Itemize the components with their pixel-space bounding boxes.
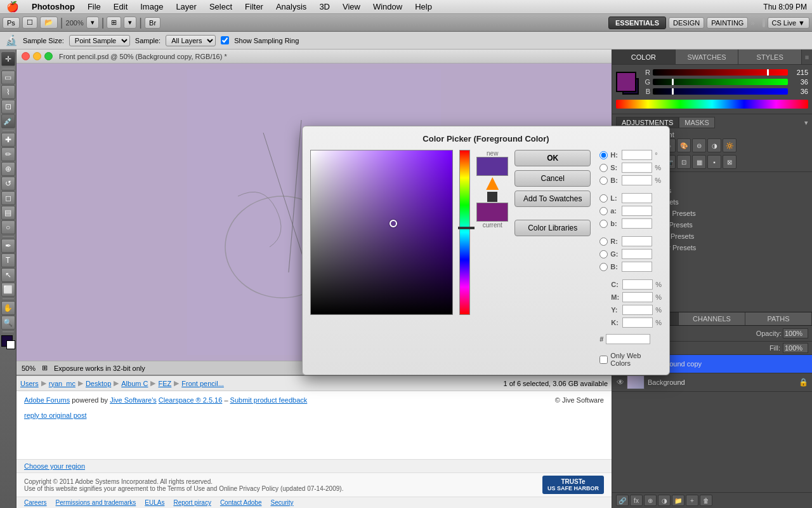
show-ring-checkbox[interactable] — [221, 36, 229, 44]
cs-live-btn[interactable]: CS Live ▼ — [768, 17, 809, 29]
tool-lasso[interactable]: ⌇ — [1, 85, 15, 99]
input-S[interactable]: 67 — [622, 163, 652, 173]
panel-collapse-icon[interactable]: ▾ — [804, 119, 808, 127]
only-web-checkbox[interactable] — [599, 356, 608, 364]
radio-L[interactable] — [599, 194, 608, 203]
input-a[interactable]: 36 — [622, 206, 652, 216]
input-Y[interactable]: 0 — [622, 305, 653, 315]
tab-masks[interactable]: MASKS — [679, 117, 715, 128]
footer-piracy[interactable]: Report piracy — [173, 499, 211, 506]
sample-size-select[interactable]: Point Sample — [69, 35, 130, 46]
menu-photoshop[interactable]: Photoshop — [25, 1, 81, 13]
design-btn[interactable]: DESIGN — [669, 17, 704, 29]
tool-burn[interactable]: ○ — [1, 220, 15, 234]
sample-layers-select[interactable]: All Layers — [166, 35, 216, 46]
menu-filter[interactable]: Filter — [239, 1, 270, 13]
essentials-btn[interactable]: ESSENTIALS — [608, 17, 666, 29]
hue-strip[interactable] — [459, 150, 471, 315]
tool-stamp[interactable]: ⊕ — [1, 162, 15, 176]
path-album[interactable]: Album C — [121, 380, 148, 387]
radio-S[interactable] — [599, 164, 608, 172]
apple-menu[interactable]: 🍎 — [0, 1, 25, 13]
layer-background[interactable]: 👁 Background 🔒 — [612, 373, 812, 392]
radio-G[interactable] — [599, 250, 608, 258]
input-K[interactable]: 0 — [622, 318, 653, 328]
radio-B[interactable] — [599, 177, 608, 185]
tool-hand[interactable]: ✋ — [1, 301, 15, 315]
tool-select-rect[interactable]: ▭ — [1, 70, 15, 84]
menu-analysis[interactable]: Analysis — [270, 1, 313, 13]
open-button[interactable]: 📂 — [40, 17, 58, 29]
menu-help[interactable]: Help — [409, 1, 438, 13]
tool-shapes[interactable]: ⬜ — [1, 283, 15, 297]
layer-vis-bg[interactable]: 👁 — [616, 378, 625, 387]
menu-edit[interactable]: Edit — [107, 1, 134, 13]
tab-swatches[interactable]: SWATCHES — [676, 50, 739, 64]
view-btn[interactable]: ⊞ — [107, 17, 121, 29]
new-layer-btn[interactable]: + — [686, 495, 698, 506]
adj-hsl-icon[interactable]: 🎨 — [677, 138, 691, 152]
cancel-button[interactable]: Cancel — [514, 170, 591, 187]
path-users[interactable]: Users — [20, 380, 39, 387]
tool-eraser[interactable]: ◻ — [1, 191, 15, 205]
radio-R[interactable] — [599, 237, 608, 246]
delete-layer-btn[interactable]: 🗑 — [700, 495, 712, 506]
clearspace-link[interactable]: Clearspace ® 2.5.16 — [159, 396, 222, 404]
hex-input[interactable]: 5c3399 — [606, 334, 650, 344]
menu-view[interactable]: View — [336, 1, 367, 13]
adj-invert-icon[interactable]: ⊡ — [677, 155, 691, 169]
web-safe-icon[interactable] — [487, 192, 497, 202]
choose-region-link[interactable]: Choose your region — [24, 462, 85, 470]
truste-badge[interactable]: TRUSTe US SAFE HARBOR — [542, 476, 604, 494]
path-ryanmc[interactable]: ryan_mc — [49, 380, 75, 387]
maximize-button[interactable] — [44, 52, 53, 60]
tool-history[interactable]: ↺ — [1, 177, 15, 190]
painting-btn[interactable]: PAINTING — [707, 17, 748, 29]
tool-move[interactable]: ✛ — [1, 52, 15, 66]
footer-security[interactable]: Security — [271, 499, 294, 506]
gamut-warning-icon[interactable] — [486, 177, 499, 190]
feedback-link[interactable]: Submit product feedback — [230, 396, 308, 404]
footer-eulas[interactable]: EULAs — [145, 499, 164, 506]
bridge-btn[interactable]: Br — [145, 17, 160, 29]
layer-group-btn[interactable]: 📁 — [672, 495, 684, 506]
input-M[interactable]: 95 — [622, 292, 653, 302]
opacity-input[interactable] — [783, 328, 808, 338]
input-C[interactable]: 79 — [622, 279, 653, 290]
layer-link-btn[interactable]: 🔗 — [616, 495, 629, 506]
jive-link[interactable]: Jive Software's — [110, 396, 157, 404]
menu-select[interactable]: Select — [203, 1, 239, 13]
tool-gradient[interactable]: ▤ — [1, 206, 15, 220]
input-b2[interactable]: -50 — [622, 218, 652, 229]
add-to-swatches-button[interactable]: Add To Swatches — [514, 190, 591, 207]
panel-menu-icon[interactable]: ≡ — [802, 50, 812, 64]
menu-window[interactable]: Window — [367, 1, 409, 13]
radio-a[interactable] — [599, 207, 608, 215]
arrange-btn[interactable]: ▾ — [124, 17, 136, 29]
minimize-button[interactable] — [33, 52, 41, 60]
input-H[interactable]: 264 — [622, 150, 652, 160]
input-L[interactable]: 31 — [622, 193, 652, 203]
color-libraries-button[interactable]: Color Libraries — [514, 220, 591, 236]
tool-zoom[interactable]: 🔍 — [1, 316, 15, 330]
input-G[interactable]: 51 — [622, 249, 652, 259]
close-button[interactable] — [22, 52, 30, 60]
zoom-btn[interactable]: ▾ — [86, 17, 99, 29]
path-fez[interactable]: FEZ — [158, 380, 171, 387]
radio-H[interactable] — [599, 151, 608, 159]
radio-B2[interactable] — [599, 263, 608, 271]
layer-mask-btn[interactable]: ⊕ — [644, 495, 657, 506]
ok-button[interactable]: OK — [514, 150, 591, 166]
tab-paths[interactable]: PATHS — [745, 312, 812, 325]
menu-3d[interactable]: 3D — [313, 1, 336, 13]
tab-channels[interactable]: CHANNELS — [679, 312, 745, 325]
footer-contact[interactable]: Contact Adobe — [220, 499, 262, 506]
path-file[interactable]: Front pencil... — [181, 380, 224, 387]
adj-threshold-icon[interactable]: ▪ — [707, 155, 721, 169]
adj-bw-icon[interactable]: ◑ — [707, 138, 721, 152]
tab-color[interactable]: COLOR — [612, 50, 676, 64]
input-B[interactable]: 60 — [622, 175, 652, 185]
menu-layer[interactable]: Layer — [169, 1, 203, 13]
input-R[interactable]: 92 — [622, 236, 652, 246]
layer-style-btn[interactable]: fx — [630, 495, 643, 506]
